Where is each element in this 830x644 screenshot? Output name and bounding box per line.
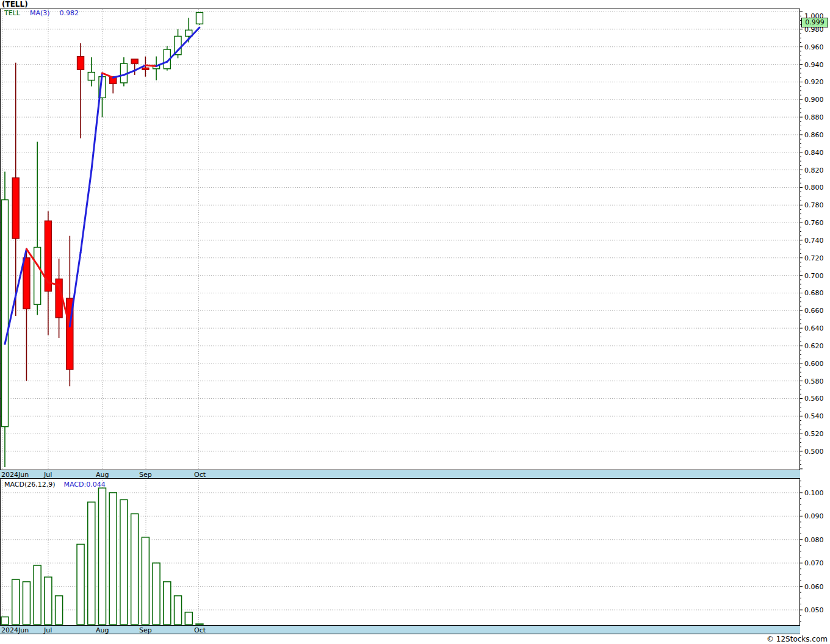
macd-legend: MACD(26,12,9)MACD:0.044 <box>4 481 106 488</box>
legend-ma-value: 0.982 <box>60 9 79 17</box>
macd-axis-label: 0.070 <box>804 559 824 567</box>
macd-bar <box>12 579 20 624</box>
ma3-segment <box>81 171 92 252</box>
price-axis-label: 0.560 <box>804 395 824 402</box>
month-label: Jul <box>44 626 52 634</box>
candle-body <box>196 12 203 24</box>
macd-bar <box>196 624 203 624</box>
macd-axis-label: 0.060 <box>804 583 824 591</box>
candle-body <box>78 57 84 70</box>
price-legend: TELLMA(3)0.982 <box>4 9 79 17</box>
price-axis-label: 0.680 <box>804 289 824 297</box>
price-axis-label: 0.780 <box>804 201 824 209</box>
macd-bar <box>45 577 52 624</box>
price-axis-label: 0.940 <box>804 61 824 69</box>
candle-body <box>12 178 19 238</box>
month-label: Aug <box>96 626 109 634</box>
date-axis-top: 2024JunJulAugSepOct <box>0 470 800 479</box>
macd-bar <box>131 513 139 624</box>
price-axis-label: 0.820 <box>804 166 824 174</box>
price-axis-label: 0.760 <box>804 219 824 227</box>
price-axis-label: 0.800 <box>804 184 824 191</box>
month-label: 2024Jun <box>1 626 29 634</box>
footer: © 12Stocks.com <box>0 634 830 644</box>
macd-bar <box>164 582 171 624</box>
page-title: (TELL) <box>2 0 28 8</box>
price-axis-label: 0.640 <box>804 324 824 332</box>
macd-bars <box>1 488 203 624</box>
candle-body <box>2 200 9 427</box>
ma3-segment <box>70 252 81 326</box>
month-label: Sep <box>139 626 152 634</box>
macd-bar <box>142 537 149 624</box>
price-axis-label: 0.860 <box>804 131 824 139</box>
watermark: © 12Stocks.com <box>767 635 828 643</box>
price-axis-label: 0.960 <box>804 43 824 51</box>
month-label: Aug <box>96 471 109 479</box>
legend-symbol: TELL <box>4 9 20 17</box>
ma3-segment <box>145 65 156 66</box>
macd-axis-label: 0.100 <box>804 489 824 497</box>
candle-body <box>142 68 149 70</box>
macd-bar <box>185 612 192 624</box>
date-axis-bottom: 2024JunJulAugSepOct <box>0 625 800 634</box>
macd-params-label: MACD(26,12,9) <box>4 481 56 488</box>
price-chart-svg <box>0 9 800 470</box>
price-axis-label: 0.700 <box>804 272 824 280</box>
price-axis-label: 0.840 <box>804 149 824 157</box>
ma3-segment <box>92 73 103 171</box>
macd-axis-label: 0.050 <box>804 606 824 614</box>
month-label: Oct <box>194 626 206 634</box>
price-axis-label: 0.620 <box>804 342 824 350</box>
macd-bar <box>120 499 128 624</box>
macd-bar <box>56 596 63 624</box>
price-axis-label: 0.520 <box>804 430 824 438</box>
macd-value-label: MACD:0.044 <box>64 481 106 488</box>
macd-bar <box>34 565 41 624</box>
month-label: 2024Jun <box>1 471 29 479</box>
price-axis-ticks <box>799 12 803 469</box>
macd-bar <box>109 493 117 624</box>
macd-bar <box>98 488 106 624</box>
macd-bar <box>175 596 182 624</box>
price-axis-label: 0.580 <box>804 377 824 385</box>
macd-bar <box>1 617 9 624</box>
price-axis-label: 0.540 <box>804 412 824 420</box>
macd-bar <box>23 582 30 624</box>
macd-axis-label: 0.090 <box>804 512 824 520</box>
stock-chart-page: (TELL) TELLMA(3)0.982 1.0000.9800.9600.9… <box>0 0 830 644</box>
month-label: Oct <box>194 471 206 479</box>
candle-body <box>131 59 138 63</box>
candle-body <box>34 247 41 304</box>
macd-axis-ticks <box>799 481 803 622</box>
macd-bar <box>77 544 84 624</box>
price-axis-label: 0.720 <box>804 254 824 262</box>
legend-ma-label: MA(3) <box>30 9 50 17</box>
macd-axis-label: 0.080 <box>804 536 824 544</box>
price-axis-label: 0.740 <box>804 237 824 245</box>
price-axis-label: 0.500 <box>804 448 824 456</box>
macd-bar <box>153 563 160 624</box>
candle-body <box>88 73 95 80</box>
price-axis: 1.0000.9800.9600.9400.9200.9000.8800.860… <box>799 9 830 470</box>
macd-bar <box>88 502 95 624</box>
month-label: Jul <box>44 471 52 479</box>
month-label: Sep <box>139 471 152 479</box>
candle-body <box>45 221 51 291</box>
price-axis-label: 0.600 <box>804 360 824 368</box>
price-axis-label: 0.880 <box>804 113 824 121</box>
macd-chart-svg <box>0 479 800 625</box>
price-axis-label: 0.920 <box>804 78 824 86</box>
macd-axis: 0.1000.0900.0800.0700.0600.050 <box>799 479 830 625</box>
price-axis-label: 0.900 <box>804 96 824 104</box>
current-price-tag: 0.999 <box>801 18 828 27</box>
candle-body <box>23 258 30 309</box>
price-axis-label: 0.660 <box>804 307 824 315</box>
